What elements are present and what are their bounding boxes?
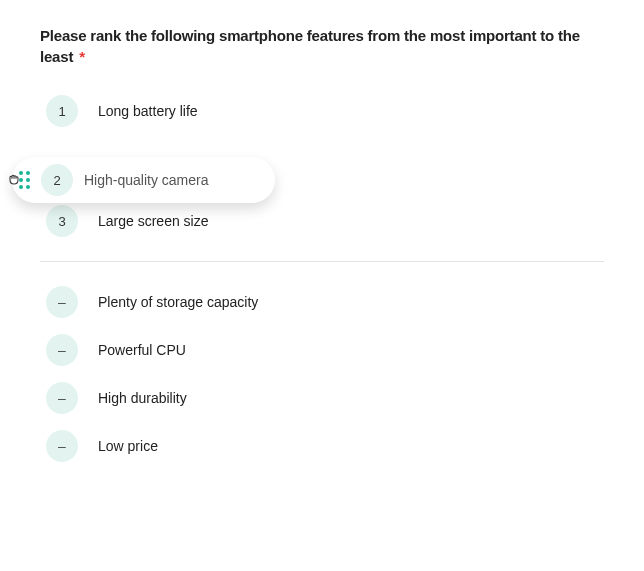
rank-item[interactable]: – Powerful CPU [46,334,604,366]
rank-badge: – [46,286,78,318]
question-title: Please rank the following smartphone fea… [40,25,604,67]
rank-badge: – [46,382,78,414]
question-text: Please rank the following smartphone fea… [40,27,580,65]
rank-label: Powerful CPU [98,342,186,358]
rank-dash: – [58,438,66,454]
rank-dash: – [58,342,66,358]
rank-item[interactable]: – Plenty of storage capacity [46,286,604,318]
rank-label: High durability [98,390,187,406]
rank-label: Low price [98,438,158,454]
rank-label: High-quality camera [84,172,209,188]
rank-number: 2 [53,173,60,188]
rank-dash: – [58,390,66,406]
rank-dash: – [58,294,66,310]
rank-badge: 3 [46,205,78,237]
dragging-item[interactable]: 2 High-quality camera [12,157,275,203]
rank-badge: – [46,334,78,366]
rank-item[interactable]: 3 Large screen size [46,205,604,237]
rank-badge: – [46,430,78,462]
unranked-list: – Plenty of storage capacity – Powerful … [40,286,604,462]
rank-label: Large screen size [98,213,209,229]
rank-item[interactable]: – High durability [46,382,604,414]
section-divider [40,261,604,262]
rank-item[interactable]: – Low price [46,430,604,462]
rank-badge: 2 [41,164,73,196]
rank-label: Plenty of storage capacity [98,294,258,310]
rank-number: 1 [58,104,65,119]
required-indicator: * [79,48,85,65]
rank-badge: 1 [46,95,78,127]
grab-cursor-icon [6,172,22,188]
rank-item[interactable]: 1 Long battery life [46,95,604,127]
rank-number: 3 [58,214,65,229]
rank-label: Long battery life [98,103,198,119]
